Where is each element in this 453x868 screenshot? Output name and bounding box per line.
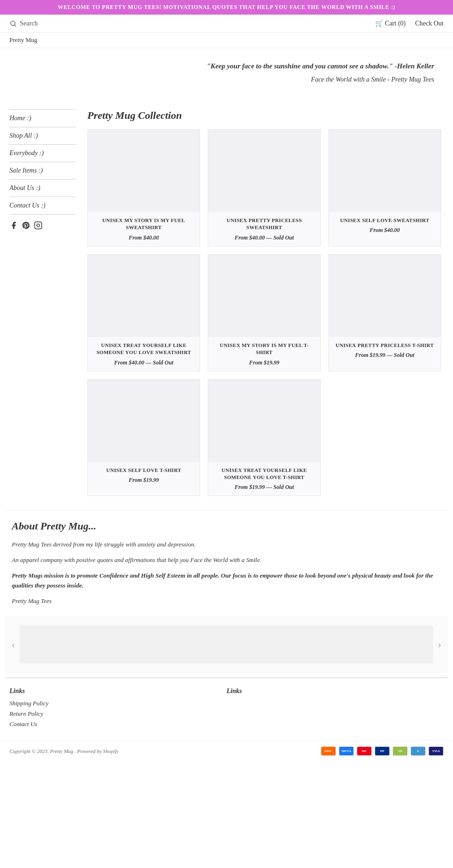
product-price: From $19.99 — Sold Out (333, 352, 437, 359)
shopify-payment-icon: SP (393, 746, 408, 756)
main-content: Pretty Mug Collection UNISEX MY STORY IS… (80, 105, 448, 510)
sidebar-item-sale[interactable]: Sale Items :) (9, 162, 76, 180)
svg-point-0 (11, 21, 15, 25)
product-card[interactable]: UNISEX PRETTY PRICELESS SWEATSHIRT From … (208, 129, 320, 247)
footer-links-title-left: Links (9, 687, 226, 695)
product-image (208, 255, 320, 337)
paypal-payment-icon: PP (375, 746, 390, 756)
sidebar-item-everybody[interactable]: Everybody :) (9, 145, 76, 162)
footer-link-return[interactable]: Return Policy (9, 710, 226, 718)
mastercard-payment-icon: MC (357, 746, 372, 756)
pinterest-icon[interactable] (22, 221, 30, 231)
footer-links: Links Shipping Policy Return Policy Cont… (0, 678, 453, 736)
social-icons (9, 215, 76, 231)
meta-payment-icon: META (339, 746, 354, 756)
product-name: UNISEX PRETTY PRICELESS SWEATSHIRT (212, 217, 316, 231)
about-title: About Pretty Mug... (12, 520, 441, 532)
product-card[interactable]: UNISEX SELF LOVE T-SHIRT From $19.99 (87, 379, 200, 496)
about-para-2: An apparel company with positive quotes … (12, 555, 441, 565)
svg-line-1 (15, 25, 16, 26)
discover-payment-icon: DISC (321, 746, 336, 756)
collection-title: Pretty Mug Collection (87, 109, 441, 122)
search-icon (9, 20, 17, 27)
image-slider: ‹ › (5, 616, 448, 673)
product-card[interactable]: UNISEX MY STORY IS MY FUEL SWEATSHIRT Fr… (87, 129, 200, 247)
product-info: UNISEX SELF LOVE SWEATSHIRT From $40.00 (329, 212, 441, 239)
product-image (329, 130, 441, 212)
product-price: From $19.99 (212, 359, 316, 366)
sidebar-nav: Home :) Shop All :) Everybody :) Sale It… (9, 109, 76, 215)
hero-section: "Keep your face to the sunshine and you … (0, 48, 453, 105)
product-name: UNISEX SELF LOVE SWEATSHIRT (333, 217, 437, 224)
product-card[interactable]: UNISEX TREAT YOURSELF LIKE SOMEONE YOU L… (208, 379, 320, 496)
sidebar: Home :) Shop All :) Everybody :) Sale It… (5, 105, 80, 510)
about-para-4: Pretty Mug Tees (12, 596, 441, 606)
product-price: From $40.00 (92, 234, 196, 241)
footer-links-title-right: Links (226, 687, 444, 695)
breadcrumb-label: Pretty Mug (9, 36, 37, 43)
sidebar-item-shop-all[interactable]: Shop All :) (9, 127, 76, 145)
venmo-payment-icon: V (411, 746, 426, 756)
about-para-3: Pretty Mugs mission is to promote Confid… (12, 571, 441, 591)
checkout-label: Check Out (415, 20, 444, 27)
about-section: About Pretty Mug... Pretty Mug Tees deri… (5, 510, 448, 616)
visa-payment-icon: VISA (428, 746, 444, 756)
slider-images (20, 626, 434, 663)
product-image (88, 255, 200, 337)
product-card[interactable]: UNISEX TREAT YOURSELF LIKE SOMEONE YOU L… (87, 254, 200, 372)
product-image (88, 380, 200, 462)
about-para-1: Pretty Mug Tees derived from my life str… (12, 540, 441, 550)
product-card[interactable]: UNISEX MY STORY IS MY FUEL T-SHIRT From … (208, 254, 320, 372)
sidebar-item-home[interactable]: Home :) (9, 109, 76, 127)
product-price: From $40.00 — Sold Out (212, 234, 316, 241)
product-info: UNISEX MY STORY IS MY FUEL SWEATSHIRT Fr… (88, 212, 200, 246)
header-actions: 🛒 Cart (0) Check Out (375, 19, 444, 27)
search-label[interactable]: Search (20, 20, 38, 27)
product-info: UNISEX PRETTY PRICELESS SWEATSHIRT From … (208, 212, 320, 246)
hero-quote: "Keep your face to the sunshine and you … (9, 62, 434, 70)
footer-bottom: Copyright © 2023, Pretty Mug . Powered b… (0, 740, 453, 761)
slider-prev-arrow[interactable]: ‹ (12, 639, 15, 650)
product-info: UNISEX SELF LOVE T-SHIRT From $19.99 (88, 462, 200, 488)
product-image (208, 380, 320, 462)
cart-label: Cart (0) (385, 20, 406, 27)
footer-col-left: Links Shipping Policy Return Policy Cont… (9, 687, 226, 731)
product-price: From $19.99 — Sold Out (212, 484, 316, 491)
page-layout: Home :) Shop All :) Everybody :) Sale It… (0, 105, 453, 510)
banner-text: WELCOME TO PRETTY MUG TEES! MOTIVATIONAL… (58, 4, 395, 10)
footer-link-contact[interactable]: Contact Us (9, 720, 226, 728)
facebook-icon[interactable] (9, 221, 18, 231)
breadcrumb: Pretty Mug (0, 33, 453, 48)
product-name: UNISEX TREAT YOURSELF LIKE SOMEONE YOU L… (92, 342, 196, 356)
cart-icon: 🛒 (375, 20, 383, 27)
product-info: UNISEX TREAT YOURSELF LIKE SOMEONE YOU L… (208, 462, 320, 496)
product-card[interactable]: UNISEX PRETTY PRICELESS T-SHIRT From $19… (328, 254, 441, 372)
slider-next-arrow[interactable]: › (438, 639, 441, 650)
sidebar-item-about[interactable]: About Us :) (9, 180, 76, 197)
sidebar-item-contact[interactable]: Contact Us :) (9, 197, 76, 215)
product-info: UNISEX PRETTY PRICELESS T-SHIRT From $19… (329, 337, 441, 364)
payment-icons: DISC META MC PP SP V VISA (321, 746, 444, 756)
footer-col-right: Links (226, 687, 444, 731)
product-info: UNISEX TREAT YOURSELF LIKE SOMEONE YOU L… (88, 337, 200, 371)
footer-link-shipping[interactable]: Shipping Policy (9, 700, 226, 707)
svg-rect-2 (35, 222, 42, 229)
product-price: From $19.99 (92, 477, 196, 484)
product-name: UNISEX SELF LOVE T-SHIRT (92, 467, 196, 474)
copyright-text: Copyright © 2023, Pretty Mug . Powered b… (9, 748, 118, 754)
cart-link[interactable]: 🛒 Cart (0) (375, 19, 405, 27)
product-info: UNISEX MY STORY IS MY FUEL T-SHIRT From … (208, 337, 320, 371)
search-area[interactable]: Search (9, 20, 38, 27)
product-image (329, 255, 441, 337)
instagram-icon[interactable] (34, 221, 42, 231)
product-image (208, 130, 320, 212)
checkout-link[interactable]: Check Out (415, 20, 444, 27)
product-price: From $40.00 (333, 227, 437, 234)
site-header: Search 🛒 Cart (0) Check Out (0, 15, 453, 33)
product-name: UNISEX MY STORY IS MY FUEL SWEATSHIRT (92, 217, 196, 231)
product-name: UNISEX PRETTY PRICELESS T-SHIRT (333, 342, 437, 349)
promo-banner: WELCOME TO PRETTY MUG TEES! MOTIVATIONAL… (0, 0, 453, 15)
product-price: From $40.00 — Sold Out (92, 359, 196, 366)
product-card[interactable]: UNISEX SELF LOVE SWEATSHIRT From $40.00 (328, 129, 441, 247)
product-image (88, 130, 200, 212)
